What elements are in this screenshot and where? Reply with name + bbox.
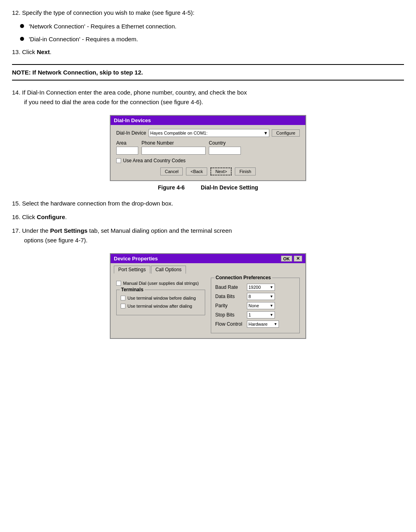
manual-dial-checkbox[interactable] — [116, 281, 121, 286]
parity-select[interactable]: None ▼ — [247, 302, 275, 309]
area-group: Area — [116, 140, 138, 155]
data-bits-select[interactable]: 8 ▼ — [247, 293, 275, 300]
bullet-dot-1 — [20, 24, 24, 28]
note-text: NOTE: If Network Connection, skip to ste… — [12, 69, 143, 76]
bullet-item-1: 'Network Connection' - Requires a Ethern… — [20, 22, 404, 31]
flow-control-select[interactable]: Hardware ▼ — [247, 320, 279, 328]
step13: 13. Click Next. — [12, 47, 404, 57]
device-props-dialog: Device Properties OK ✕ Port Settings Cal… — [110, 253, 306, 339]
step17: 17. Under the Port Settings tab, set Man… — [12, 226, 404, 245]
manual-dial-row: Manual Dial (user supplies dial strings) — [116, 281, 205, 286]
tab-call-options[interactable]: Call Options — [151, 266, 186, 274]
bullet-dot-2 — [20, 37, 24, 41]
tab-port-settings[interactable]: Port Settings — [114, 266, 150, 274]
data-bits-row: Data Bits 8 ▼ — [215, 293, 295, 300]
phone-input[interactable] — [141, 147, 206, 155]
fields-row: Area Phone Number Country — [116, 140, 300, 155]
dp-body: Manual Dial (user supplies dial strings)… — [111, 274, 305, 338]
device-row: Dial-In Device Hayes Compatible on COM1:… — [116, 129, 300, 137]
close-button[interactable]: ✕ — [294, 256, 302, 262]
dp-left: Manual Dial (user supplies dial strings)… — [116, 278, 205, 333]
area-input[interactable] — [116, 147, 138, 155]
stop-bits-select[interactable]: 1 ▼ — [247, 311, 275, 318]
stop-bits-row: Stop Bits 1 ▼ — [215, 311, 295, 318]
configure-button[interactable]: Configure — [272, 129, 300, 137]
parity-row: Parity None ▼ — [215, 302, 295, 309]
dp-tabs: Port Settings Call Options — [111, 263, 305, 274]
step14: 14. If Dial-In Connection enter the area… — [12, 88, 404, 107]
figure46-container: Dial-In Devices Dial-In Device Hayes Com… — [12, 115, 404, 191]
conn-pref-fields: Baud Rate 19200 ▼ Data Bits 8 ▼ — [215, 284, 295, 328]
device-select[interactable]: Hayes Compatible on COM1: ▼ — [149, 129, 270, 137]
baud-select[interactable]: 19200 ▼ — [247, 284, 275, 291]
cancel-button[interactable]: Cancel — [160, 167, 183, 175]
finish-button[interactable]: Finish — [235, 167, 255, 175]
conn-pref-group: Connection Preferences Baud Rate 19200 ▼… — [211, 278, 300, 333]
dialin-body: Dial-In Device Hayes Compatible on COM1:… — [111, 125, 305, 180]
country-group: Country — [209, 140, 241, 155]
bullet-item-2: 'Dial-in Connection' - Requires a modem. — [20, 34, 404, 44]
dp-right: Connection Preferences Baud Rate 19200 ▼… — [211, 278, 300, 333]
step12: 12. Specify the type of connection you w… — [12, 8, 404, 18]
dialin-titlebar: Dial-In Devices — [111, 116, 305, 125]
step16: 16. Click Configure. — [12, 212, 404, 222]
dp-titlebar-btns: OK ✕ — [281, 256, 303, 262]
baud-row: Baud Rate 19200 ▼ — [215, 284, 295, 291]
back-button[interactable]: <Back — [186, 167, 207, 175]
note-bar: NOTE: If Network Connection, skip to ste… — [12, 64, 404, 81]
checkbox-row: Use Area and Country Codes — [116, 158, 300, 163]
dialin-dialog: Dial-In Devices Dial-In Device Hayes Com… — [110, 115, 306, 181]
figure46-caption: Figure 4-6 Dial-In Device Setting — [158, 184, 258, 191]
terminal2-checkbox[interactable] — [121, 304, 125, 308]
terminal1-row: Use terminal window before dialing — [121, 296, 201, 300]
ok-button[interactable]: OK — [281, 256, 293, 262]
next-button[interactable]: Next> — [210, 167, 232, 175]
phone-group: Phone Number — [141, 140, 206, 155]
terminal1-checkbox[interactable] — [121, 296, 125, 300]
flow-control-row: Flow Control Hardware ▼ — [215, 320, 295, 328]
dp-titlebar: Device Properties OK ✕ — [111, 254, 305, 263]
terminal2-row: Use terminal window after dialing — [121, 304, 201, 308]
dialog-buttons: Cancel <Back Next> Finish — [116, 167, 300, 175]
step15: 15. Select the hardware connection from … — [12, 199, 404, 208]
area-country-checkbox[interactable] — [116, 158, 121, 163]
figure47-container: Device Properties OK ✕ Port Settings Cal… — [12, 253, 404, 339]
terminals-group: Terminals Use terminal window before dia… — [116, 290, 205, 315]
country-input[interactable] — [209, 147, 241, 155]
